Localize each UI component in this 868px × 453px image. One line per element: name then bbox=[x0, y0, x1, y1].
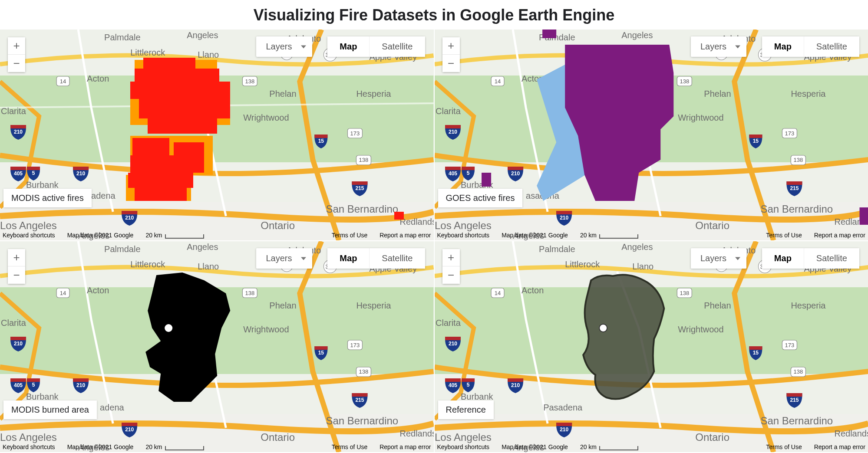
svg-text:Phelan: Phelan bbox=[269, 89, 296, 98]
svg-text:5: 5 bbox=[32, 170, 35, 176]
svg-text:Ontario: Ontario bbox=[695, 431, 729, 443]
svg-text:210: 210 bbox=[125, 215, 134, 221]
map-button[interactable]: Map bbox=[327, 36, 370, 57]
svg-text:173: 173 bbox=[350, 130, 360, 137]
layers-button[interactable]: Layers bbox=[256, 36, 312, 57]
svg-text:San Bernardino: San Bernardino bbox=[760, 415, 833, 427]
attribution-bar: Keyboard shortcuts Map data ©2021 Google… bbox=[435, 232, 868, 239]
layers-button[interactable]: Layers bbox=[691, 248, 746, 269]
map-panel-modis-active[interactable]: Palmdale Angeles Adelanto Littlerock Lla… bbox=[0, 30, 434, 240]
svg-text:Burbank: Burbank bbox=[26, 180, 59, 190]
zoom-out-button[interactable]: − bbox=[442, 266, 460, 284]
keyboard-shortcuts-link[interactable]: Keyboard shortcuts bbox=[437, 232, 490, 239]
zoom-control: + − bbox=[442, 37, 460, 72]
svg-text:Llano: Llano bbox=[198, 50, 219, 59]
attribution-bar: Keyboard shortcuts Map data ©2021 Google… bbox=[0, 443, 434, 450]
zoom-in-button[interactable]: + bbox=[442, 37, 460, 55]
svg-rect-39 bbox=[73, 167, 89, 170]
map-button[interactable]: Map bbox=[327, 248, 370, 269]
svg-text:Phelan: Phelan bbox=[269, 301, 296, 310]
svg-text:138: 138 bbox=[793, 157, 803, 163]
zoom-control: + − bbox=[442, 249, 460, 284]
map-button[interactable]: Map bbox=[762, 248, 804, 269]
basemap[interactable]: Palmdale Angeles Adelanto Littlerock Lla… bbox=[435, 241, 868, 452]
page-title: Visualizing Fire Datasets in Google Eart… bbox=[0, 0, 868, 30]
report-error-link[interactable]: Report a map error bbox=[380, 232, 431, 239]
svg-text:Wrightwood: Wrightwood bbox=[678, 113, 723, 122]
zoom-in-button[interactable]: + bbox=[442, 249, 460, 266]
report-error-link[interactable]: Report a map error bbox=[814, 443, 865, 450]
svg-text:173: 173 bbox=[785, 130, 794, 137]
svg-text:210: 210 bbox=[511, 382, 520, 388]
zoom-out-button[interactable]: − bbox=[8, 266, 25, 284]
scale-bar-icon bbox=[165, 234, 204, 239]
svg-text:Angeles: Angeles bbox=[187, 242, 218, 252]
svg-text:Pasadena: Pasadena bbox=[543, 403, 583, 412]
terms-link[interactable]: Terms of Use bbox=[766, 232, 802, 239]
svg-text:14: 14 bbox=[60, 290, 66, 296]
basemap[interactable]: Palmdale Angeles Adelanto Littlerock Lla… bbox=[0, 30, 434, 240]
basemap[interactable]: Palmdale Angeles Adelanto Littlerock Lla… bbox=[435, 30, 868, 240]
svg-rect-162 bbox=[435, 287, 868, 374]
satellite-button[interactable]: Satellite bbox=[804, 248, 859, 269]
attribution-bar: Keyboard shortcuts Map data ©2021 Google… bbox=[435, 443, 868, 450]
layers-button[interactable]: Layers bbox=[691, 36, 746, 57]
svg-text:adena: adena bbox=[91, 191, 116, 200]
svg-text:Burbank: Burbank bbox=[26, 392, 59, 401]
svg-text:Hesperia: Hesperia bbox=[356, 301, 391, 310]
zoom-in-button[interactable]: + bbox=[8, 249, 25, 266]
svg-text:Ontario: Ontario bbox=[261, 220, 295, 231]
svg-rect-107 bbox=[786, 181, 802, 185]
svg-rect-63 bbox=[435, 76, 868, 162]
svg-text:Clarita: Clarita bbox=[1, 106, 26, 116]
svg-text:14: 14 bbox=[494, 78, 500, 85]
zoom-control: + − bbox=[8, 37, 25, 72]
terms-link[interactable]: Terms of Use bbox=[332, 443, 367, 450]
svg-text:Llano: Llano bbox=[632, 262, 653, 271]
satellite-button[interactable]: Satellite bbox=[370, 248, 425, 269]
map-data-text: Map data ©2021 Google bbox=[502, 443, 568, 450]
map-panel-goes-active[interactable]: Palmdale Angeles Adelanto Littlerock Lla… bbox=[435, 30, 868, 240]
svg-text:Hesperia: Hesperia bbox=[791, 89, 826, 98]
zoom-out-button[interactable]: − bbox=[8, 55, 25, 72]
svg-text:Acton: Acton bbox=[521, 74, 544, 83]
svg-text:Phelan: Phelan bbox=[704, 301, 731, 310]
svg-text:210: 210 bbox=[125, 427, 134, 433]
svg-text:138: 138 bbox=[245, 78, 254, 85]
keyboard-shortcuts-link[interactable]: Keyboard shortcuts bbox=[3, 232, 55, 239]
zoom-out-button[interactable]: − bbox=[442, 55, 460, 72]
svg-text:405: 405 bbox=[449, 382, 457, 388]
satellite-button[interactable]: Satellite bbox=[370, 36, 425, 57]
svg-text:210: 210 bbox=[511, 171, 520, 177]
basemap[interactable]: Palmdale Angeles Adelanto Littlerock Lla… bbox=[0, 241, 434, 452]
svg-text:210: 210 bbox=[449, 129, 457, 135]
terms-link[interactable]: Terms of Use bbox=[332, 232, 367, 239]
satellite-button[interactable]: Satellite bbox=[804, 36, 859, 57]
map-panel-reference[interactable]: Palmdale Angeles Adelanto Littlerock Lla… bbox=[435, 241, 868, 452]
attribution-bar: Keyboard shortcuts Map data ©2021 Google… bbox=[0, 232, 434, 239]
scale-control: 20 km bbox=[580, 232, 638, 239]
svg-rect-158 bbox=[352, 393, 367, 397]
svg-rect-97 bbox=[445, 167, 461, 170]
svg-text:Hesperia: Hesperia bbox=[791, 301, 826, 310]
map-grid: Palmdale Angeles Adelanto Littlerock Lla… bbox=[0, 30, 868, 452]
svg-text:Angeles: Angeles bbox=[621, 242, 653, 252]
map-button[interactable]: Map bbox=[762, 36, 804, 57]
zoom-in-button[interactable]: + bbox=[8, 37, 25, 55]
keyboard-shortcuts-link[interactable]: Keyboard shortcuts bbox=[437, 443, 490, 450]
scale-label: 20 km bbox=[145, 232, 162, 239]
svg-text:173: 173 bbox=[785, 342, 794, 348]
scale-bar-icon bbox=[599, 234, 638, 239]
map-panel-modis-burned[interactable]: Palmdale Angeles Adelanto Littlerock Lla… bbox=[0, 241, 434, 452]
svg-rect-200 bbox=[508, 378, 523, 382]
layers-button[interactable]: Layers bbox=[256, 248, 312, 269]
svg-text:Palmdale: Palmdale bbox=[539, 244, 575, 254]
keyboard-shortcuts-link[interactable]: Keyboard shortcuts bbox=[3, 443, 55, 450]
report-error-link[interactable]: Report a map error bbox=[380, 443, 431, 450]
svg-rect-101 bbox=[508, 167, 523, 170]
report-error-link[interactable]: Report a map error bbox=[814, 232, 865, 239]
svg-text:Burbank: Burbank bbox=[461, 392, 494, 401]
svg-text:Angeles: Angeles bbox=[187, 30, 218, 40]
terms-link[interactable]: Terms of Use bbox=[766, 443, 802, 450]
svg-text:Los Angeles: Los Angeles bbox=[0, 220, 57, 231]
